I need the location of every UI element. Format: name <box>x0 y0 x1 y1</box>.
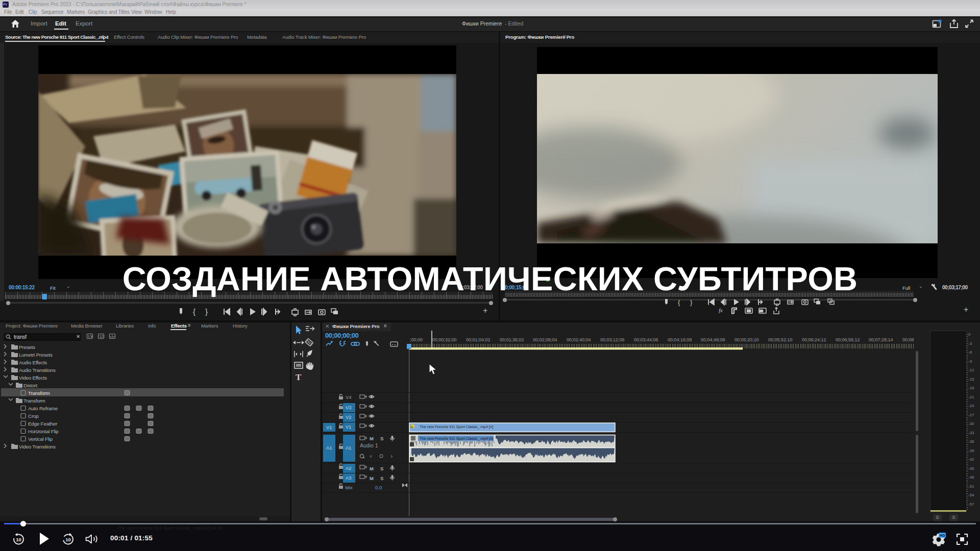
svg-text:The new Porsche 911 Sport Clas: The new Porsche 911 Sport Classic_.mp4 [… <box>420 436 493 441</box>
svg-text:Distort: Distort <box>23 383 37 388</box>
svg-text:Auto Reframe: Auto Reframe <box>28 406 58 411</box>
svg-text:Transform: Transform <box>23 398 45 404</box>
svg-text:{: { <box>193 307 195 316</box>
svg-text:32: 32 <box>100 335 104 338</box>
svg-text:Crop: Crop <box>28 413 39 419</box>
svg-text:{: { <box>678 298 680 306</box>
svg-text:Lumetri Presets: Lumetri Presets <box>19 352 53 358</box>
svg-text:The new Porsche 911 Sport Clas: The new Porsche 911 Sport Classic_.mp4 [… <box>420 424 493 429</box>
svg-text:Edge Feather: Edge Feather <box>28 421 58 427</box>
svg-text:fx: fx <box>719 307 723 313</box>
svg-text:T: T <box>296 372 302 382</box>
svg-text:10: 10 <box>65 537 71 542</box>
svg-text:}: } <box>205 307 208 316</box>
svg-text:Video Transitions: Video Transitions <box>19 444 56 449</box>
svg-text:Video Effects: Video Effects <box>19 375 47 381</box>
svg-text:}: } <box>690 298 693 306</box>
svg-text:Transform: Transform <box>28 390 50 396</box>
svg-text:Audio Transitions: Audio Transitions <box>19 367 56 373</box>
svg-text:10: 10 <box>16 537 21 542</box>
svg-text:Horizontal Flip: Horizontal Flip <box>28 429 59 434</box>
svg-text:Presets: Presets <box>19 344 35 350</box>
svg-text:Vertical Flip: Vertical Flip <box>28 436 53 442</box>
svg-text:Audio Effects: Audio Effects <box>19 360 47 365</box>
svg-text:HD: HD <box>940 533 945 538</box>
